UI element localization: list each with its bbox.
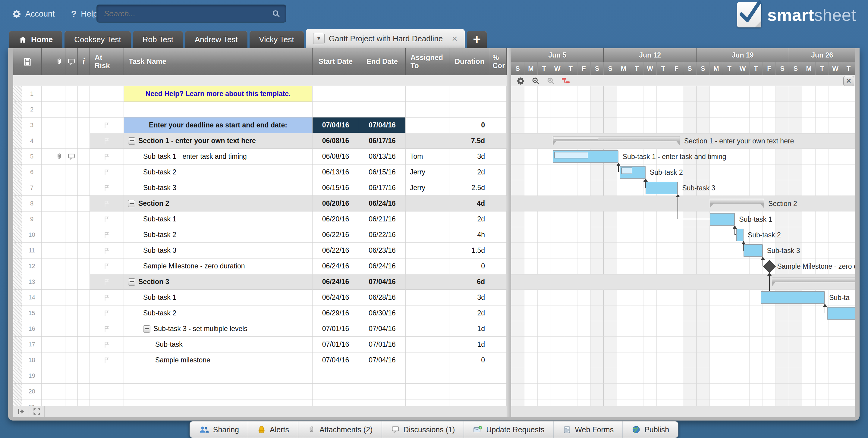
info-cell[interactable] [78,352,90,368]
info-cell[interactable] [78,149,90,165]
task-name-cell[interactable]: Section 3 [124,274,313,290]
tab-cooksey-test[interactable]: Cooksey Test [64,31,131,48]
start-date-cell[interactable]: 06/13/16 [313,165,359,180]
info-cell[interactable] [78,368,90,384]
assigned-to-cell[interactable] [406,227,450,243]
at-risk-cell[interactable] [90,133,124,149]
row-blank-cell[interactable] [41,368,53,384]
row-number[interactable]: 19 [22,368,41,384]
info-cell[interactable] [78,211,90,227]
assigned-to-cell[interactable] [406,102,450,117]
close-icon[interactable]: × [452,33,458,44]
duration-cell[interactable] [450,399,490,406]
discussion-cell[interactable] [65,337,78,352]
pct-complete-cell[interactable] [490,149,507,165]
at-risk-cell[interactable] [90,86,124,102]
deadline-label[interactable]: Enter your deadline as start and end dat… [124,117,312,133]
flag-icon[interactable] [103,278,111,286]
row-blank-cell[interactable] [41,399,53,406]
attachment-cell[interactable] [53,117,65,133]
start-date-cell[interactable] [313,102,359,117]
discussion-cell[interactable] [65,321,78,337]
row-blank-cell[interactable] [41,305,53,321]
toolbar-button-attachments-2[interactable]: Attachments (2) [299,422,382,438]
start-date-cell[interactable] [313,368,359,384]
pct-complete-cell[interactable] [490,259,507,274]
info-cell[interactable] [78,384,90,399]
at-risk-cell[interactable] [90,399,124,406]
row-blank-cell[interactable] [41,117,53,133]
discussion-cell[interactable] [65,211,78,227]
at-risk-cell[interactable] [90,180,124,196]
flag-icon[interactable] [103,153,111,161]
toolbar-button-update-requests[interactable]: ?Update Requests [464,422,554,438]
at-risk-cell[interactable] [90,321,124,337]
task-name[interactable]: Section 1 - enter your own text here [138,137,256,145]
start-date-cell[interactable]: 06/24/16 [313,259,359,274]
toolbar-button-alerts[interactable]: Alerts [248,422,299,438]
row-blank-cell[interactable] [41,243,53,259]
attachment-cell[interactable] [53,165,65,180]
attachment-cell[interactable] [53,149,65,165]
zoom-out-icon[interactable] [531,76,540,85]
at-risk-cell[interactable] [90,211,124,227]
attachment-cell[interactable] [53,243,65,259]
header-start-date[interactable]: Start Date [313,48,359,75]
discussion-cell[interactable] [65,133,78,149]
duration-cell[interactable]: 1.5d [450,243,490,259]
info-cell[interactable] [78,180,90,196]
task-name-cell[interactable]: Sample milestone [124,352,313,368]
row-blank-cell[interactable] [41,227,53,243]
at-risk-cell[interactable] [90,384,124,399]
collapse-toggle-icon[interactable] [128,137,135,144]
collapse-toggle-icon[interactable] [128,278,135,285]
end-date-cell[interactable]: 06/24/16 [359,196,406,211]
task-name[interactable]: Sub-task [155,340,183,348]
end-date-cell[interactable] [359,384,406,399]
flag-icon[interactable] [103,357,111,364]
tab-andrew-test[interactable]: Andrew Test [185,31,247,48]
task-name[interactable]: Sub-task 2 [143,168,176,176]
start-date-cell[interactable] [313,384,359,399]
info-cell[interactable] [78,259,90,274]
assigned-to-cell[interactable] [406,133,450,149]
assigned-to-cell[interactable] [406,399,450,406]
header-duration[interactable]: Duration [450,48,490,75]
row-number[interactable]: 20 [22,384,41,399]
header-task-name[interactable]: Task Name [124,48,313,75]
row-blank-cell[interactable] [41,165,53,180]
row-number[interactable]: 18 [22,352,41,368]
gantt-bar-task[interactable] [646,182,678,194]
pct-complete-cell[interactable] [490,102,507,117]
flag-icon[interactable] [103,294,111,302]
start-date-cell[interactable]: 06/20/16 [313,196,359,211]
row-blank-cell[interactable] [41,211,53,227]
start-date-cell[interactable]: 07/04/16 [313,117,359,133]
toolbar-button-web-forms[interactable]: Web Forms [554,422,623,438]
assigned-to-cell[interactable] [406,86,450,102]
discussion-cell[interactable] [65,352,78,368]
pct-complete-cell[interactable] [490,227,507,243]
task-name-cell[interactable]: Section 2 [124,196,313,211]
gantt-bar-task[interactable] [736,229,744,241]
end-date-cell[interactable] [359,399,406,406]
duration-cell[interactable]: 4h [450,227,490,243]
help-menu[interactable]: ? Help [71,0,98,28]
attachment-cell[interactable] [53,305,65,321]
attachment-cell[interactable] [53,196,65,211]
start-date-cell[interactable]: 06/15/16 [313,180,359,196]
flag-icon[interactable] [103,168,111,176]
at-risk-cell[interactable] [90,259,124,274]
flag-icon[interactable] [103,231,111,239]
row-blank-cell[interactable] [41,259,53,274]
info-cell[interactable] [78,243,90,259]
assigned-to-cell[interactable]: Jerry [406,180,450,196]
task-name[interactable]: Sub-task 2 [143,309,176,317]
task-name-cell[interactable] [124,399,313,406]
assigned-to-cell[interactable] [406,321,450,337]
task-name[interactable]: Section 3 [138,278,169,286]
duration-cell[interactable]: 4d [450,196,490,211]
start-date-cell[interactable]: 07/01/16 [313,321,359,337]
duration-cell[interactable]: 1d [450,337,490,352]
info-cell[interactable] [78,305,90,321]
